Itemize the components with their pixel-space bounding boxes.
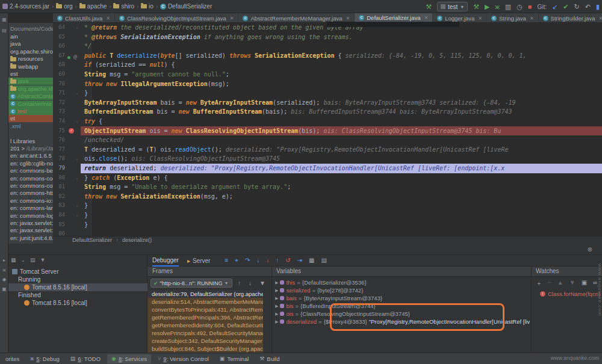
editor-tab[interactable]: CClassResolvingObjectInputStream.java✕ xyxy=(115,13,238,23)
service-row[interactable]: Finished xyxy=(8,291,147,299)
line-number[interactable]: 85 xyxy=(53,220,65,230)
fold-marker-icon[interactable]: ⌄ xyxy=(76,23,78,32)
build-hammer-icon[interactable]: ⚒ xyxy=(473,0,479,13)
stack-frame-row[interactable]: getRememberedPrincipals:396, AbstractRem… xyxy=(147,313,263,321)
fold-marker-icon[interactable]: ⌄ xyxy=(76,51,78,61)
step-out-icon[interactable]: ↑ xyxy=(276,257,279,264)
close-icon[interactable]: ✕ xyxy=(478,16,482,21)
expand-caret-icon[interactable]: ▶ xyxy=(275,294,278,302)
drop-frame-icon[interactable]: ↺ xyxy=(285,257,290,264)
tree-item[interactable]: en: commons-httpclie xyxy=(8,190,53,197)
git-update-icon[interactable]: ↙ xyxy=(552,0,557,13)
variable-row[interactable]: ▶this={DefaultSerializer@3536} xyxy=(275,279,530,286)
editor[interactable]: 64⌄ * @return the deserialized/reconstit… xyxy=(53,23,602,236)
toolwindow-services[interactable]: ◉8: Services xyxy=(107,354,151,363)
breadcrumb-item[interactable]: org xyxy=(64,3,72,10)
variable-row[interactable]: ▶serialized={byte[278]@3742} xyxy=(275,286,530,294)
stack-frame-row[interactable]: convertBytesToPrincipals:431, AbstractRe… xyxy=(147,306,263,313)
expand-caret-icon[interactable]: ▶ xyxy=(275,286,278,294)
terminal-tool-icon[interactable]: ▣ xyxy=(1,286,7,292)
step-into-icon[interactable]: ↓ xyxy=(256,257,259,264)
frames-variables-divider[interactable] xyxy=(272,267,272,353)
watch-row[interactable]: !Class.forName(fqcn) = Ca xyxy=(540,290,602,298)
run-config-selector[interactable]: test ▼ xyxy=(437,2,468,11)
expand-caret-icon[interactable]: ▶ xyxy=(275,279,278,286)
stop-icon[interactable]: ■ xyxy=(528,0,532,13)
line-number[interactable]: 79 xyxy=(53,164,65,173)
line-number[interactable]: 68 xyxy=(53,60,65,70)
history-icon[interactable]: ↻ xyxy=(574,0,580,13)
bookmark-icon[interactable]: ▮ xyxy=(596,0,600,13)
git-commit-icon[interactable]: ✔ xyxy=(563,0,568,13)
line-number[interactable]: 69 xyxy=(53,70,65,79)
line-number[interactable]: 84 xyxy=(53,211,65,220)
rollback-icon[interactable]: ↶ xyxy=(585,0,591,13)
close-icon[interactable]: ✕ xyxy=(599,16,602,21)
line-number[interactable]: 86 xyxy=(53,229,65,236)
line-number[interactable]: 72 xyxy=(53,98,65,108)
line-number[interactable]: 82 xyxy=(53,192,65,202)
toolwindow-debug[interactable]: ж5: Debug xyxy=(26,354,64,363)
override-marker-icon[interactable]: ● xyxy=(67,53,70,61)
tree-item[interactable]: en: commons-beanut xyxy=(8,167,53,174)
breadcrumb-item[interactable]: shiro xyxy=(121,3,134,10)
expand-caret-icon[interactable]: ▶ xyxy=(275,302,278,310)
add-watch-icon[interactable]: ＋ xyxy=(536,279,542,288)
tree-item[interactable]: en: javax.servlet:jstl:1. xyxy=(8,220,53,227)
expand-all-icon[interactable]: ▦ xyxy=(11,257,16,263)
service-row[interactable]: Tomcat 8.5.16 [local] xyxy=(8,299,147,307)
line-number[interactable]: 71 xyxy=(53,88,65,98)
breakpoint-icon[interactable]: ✓ xyxy=(69,128,74,134)
fold-marker-icon[interactable]: ⌄ xyxy=(76,117,78,126)
expand-caret-icon[interactable]: ▶ xyxy=(275,310,278,318)
settings-icon[interactable]: ▤ xyxy=(321,257,327,264)
tree-item[interactable]: en: commons-lang:co xyxy=(8,205,53,212)
profiler-icon[interactable]: ◷ xyxy=(517,0,523,13)
filter-icon[interactable]: ▼ xyxy=(40,257,46,263)
line-number[interactable]: 73 xyxy=(53,107,65,117)
line-number[interactable]: 77 xyxy=(53,145,65,155)
tab-debugger[interactable]: Debugger xyxy=(152,255,179,267)
debug-tool-icon[interactable]: ж xyxy=(1,267,7,273)
variables-watches-divider[interactable] xyxy=(531,267,532,353)
close-icon[interactable]: ⊗ xyxy=(588,246,592,253)
editor-tab[interactable]: CStringBuilder.java✕ xyxy=(539,13,602,23)
service-row[interactable]: Tomcat Server xyxy=(8,268,147,276)
stack-frame-row[interactable]: deserialize:79, DefaultSerializer (org.a… xyxy=(147,290,263,298)
tree-item[interactable]: .xml xyxy=(8,123,53,130)
tree-item[interactable]: CContainerInte xyxy=(8,100,53,108)
layout-icon[interactable]: ≡ xyxy=(225,257,228,264)
close-icon[interactable]: ✕ xyxy=(346,16,350,21)
tree-item[interactable]: webapp xyxy=(8,63,53,70)
services-tool-icon[interactable]: ◉ xyxy=(1,277,7,282)
breadcrumb-class[interactable]: DefaultSerializer xyxy=(72,237,112,243)
line-number[interactable]: 75 xyxy=(53,126,65,136)
frame-down-icon[interactable]: ↓ xyxy=(249,280,252,286)
expand-caret-icon[interactable]: ▶ xyxy=(275,318,278,325)
collapse-all-icon[interactable]: ⌄ xyxy=(21,257,26,263)
tree-item[interactable]: org.apache.shiro xyxy=(8,85,53,93)
tree-item[interactable]: et xyxy=(8,115,53,122)
tree-item[interactable]: en: commons-collecti xyxy=(8,182,53,190)
stack-frame-row[interactable]: getRememberedIdentity:604, DefaultSecuri… xyxy=(147,321,263,329)
fold-marker-icon[interactable]: ⌄ xyxy=(76,201,78,211)
structure-tool-icon[interactable]: ▤ xyxy=(1,28,7,33)
stack-frame-row[interactable]: deserialize:514, AbstractRememberMeManag… xyxy=(147,298,263,306)
tree-item[interactable]: en: commons-io:comm xyxy=(8,197,53,205)
line-number[interactable]: 80 xyxy=(53,173,65,183)
tree-item[interactable]: en: cglib:cglib-nodep: xyxy=(8,160,53,167)
line-number[interactable]: 83 xyxy=(53,201,65,211)
tree-item[interactable]: en: commons-logging xyxy=(8,212,53,220)
fold-marker-icon[interactable]: ⌄ xyxy=(76,173,78,183)
tree-item[interactable]: en: junit:junit:4.8.2 xyxy=(8,235,53,242)
stack-frame-row[interactable]: buildSubject:846, Subject$Builder (org.a… xyxy=(147,345,263,353)
breadcrumb[interactable]: 2.4-sources.jar›org›apache›shiro›io›CDef… xyxy=(2,3,212,10)
close-icon[interactable]: ✕ xyxy=(424,15,428,20)
close-icon[interactable]: ✕ xyxy=(106,16,110,21)
frame-up-icon[interactable]: ↑ xyxy=(238,280,241,286)
tree-item[interactable]: resources xyxy=(8,55,53,63)
tree-item[interactable]: est xyxy=(8,70,53,78)
service-row[interactable]: Running xyxy=(8,276,147,283)
thread-selector[interactable]: ✔ "http-nio-8...n": RUNNING ▼ xyxy=(150,279,232,288)
line-number[interactable]: 64 xyxy=(53,23,65,32)
